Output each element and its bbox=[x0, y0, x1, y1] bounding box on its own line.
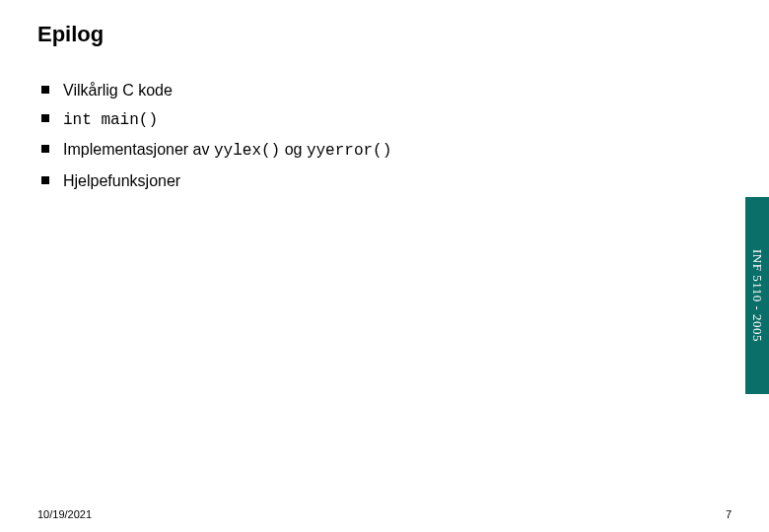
code-text: yylex() bbox=[214, 142, 280, 160]
page-number: 7 bbox=[726, 508, 732, 520]
list-item: Vilkårlig C kode bbox=[41, 79, 710, 101]
slide-footer: 10/19/2021 7 bbox=[37, 508, 732, 520]
text-span: Implementasjoner av bbox=[63, 141, 214, 158]
list-item: Implementasjoner av yylex() og yyerror() bbox=[41, 138, 710, 163]
bullet-text: Implementasjoner av yylex() og yyerror() bbox=[63, 138, 391, 163]
bullet-list: Vilkårlig C kode int main() Implementasj… bbox=[41, 79, 710, 198]
code-text: yyerror() bbox=[307, 142, 391, 160]
list-item: Hjelpefunksjoner bbox=[41, 169, 710, 192]
slide-title: Epilog bbox=[37, 22, 104, 47]
bullet-icon bbox=[41, 145, 49, 153]
text-span: og bbox=[280, 141, 307, 158]
bullet-text: Hjelpefunksjoner bbox=[63, 169, 180, 192]
course-label: INF 5110 - 2005 bbox=[749, 249, 765, 342]
code-text: int main() bbox=[63, 111, 158, 129]
bullet-icon bbox=[41, 176, 49, 184]
footer-date: 10/19/2021 bbox=[37, 508, 92, 520]
bullet-text: Vilkårlig C kode bbox=[63, 79, 173, 101]
bullet-text: int main() bbox=[63, 107, 158, 132]
list-item: int main() bbox=[41, 107, 710, 132]
bullet-icon bbox=[41, 114, 49, 122]
bullet-icon bbox=[41, 86, 49, 94]
slide: Epilog Vilkårlig C kode int main() Imple… bbox=[0, 0, 769, 532]
course-sidebar: INF 5110 - 2005 bbox=[745, 197, 769, 394]
